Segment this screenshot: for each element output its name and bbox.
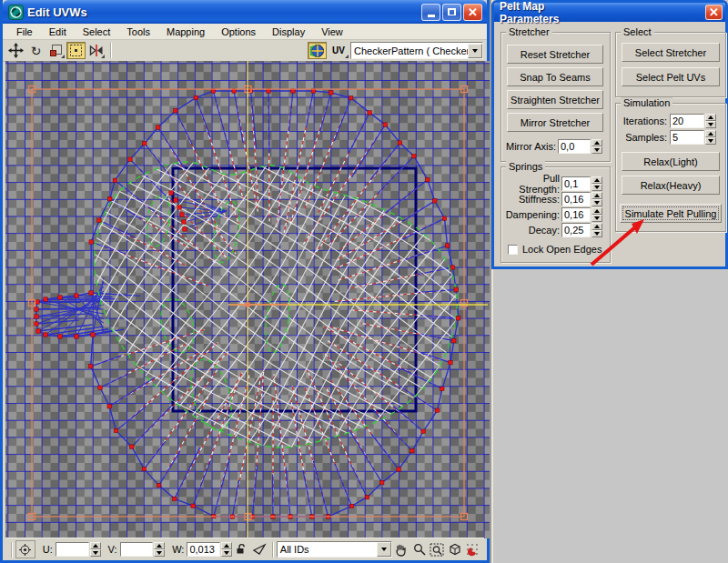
simulation-group-label: Simulation xyxy=(621,97,672,108)
simulate-pelt-pulling-button[interactable]: Simulate Pelt Pulling xyxy=(620,204,722,223)
zoom-button[interactable] xyxy=(410,541,429,558)
show-map-button[interactable] xyxy=(308,42,327,59)
menu-options[interactable]: Options xyxy=(213,25,264,38)
spinner-down[interactable] xyxy=(592,184,602,191)
decay-input[interactable]: 0,25 xyxy=(561,223,591,237)
spinner-down[interactable] xyxy=(90,549,101,557)
spinner-up[interactable] xyxy=(90,542,101,549)
spinner-up[interactable] xyxy=(592,176,602,184)
maximize-button[interactable] xyxy=(442,4,461,21)
spinner-up[interactable] xyxy=(154,542,165,549)
texture-dropdown-value: CheckerPattern ( Checker ) xyxy=(351,45,468,56)
lock-selection-button[interactable] xyxy=(232,541,250,558)
select-pelt-uvs-button[interactable]: Select Pelt UVs xyxy=(622,67,720,86)
spinner-up[interactable] xyxy=(705,130,716,137)
uv-unit-square xyxy=(173,168,416,411)
spinner-down[interactable] xyxy=(154,549,165,557)
material-id-dropdown[interactable]: All IDs xyxy=(277,541,392,558)
straighten-stretcher-button[interactable]: Straighten Stretcher xyxy=(507,90,603,109)
close-button[interactable]: ✕ xyxy=(463,4,482,21)
relax-light-button[interactable]: Relax(Light) xyxy=(622,152,720,171)
mirror-stretcher-button[interactable]: Mirror Stretcher xyxy=(507,113,603,132)
w-spinner[interactable] xyxy=(221,542,232,557)
menu-file[interactable]: File xyxy=(8,25,41,38)
springs-group-label: Springs xyxy=(506,161,545,172)
select-stretcher-button[interactable]: Select Stretcher xyxy=(622,43,720,62)
spinner-down[interactable] xyxy=(592,146,602,154)
spinner-up[interactable] xyxy=(592,192,602,199)
relax-heavy-button[interactable]: Relax(Heavy) xyxy=(622,176,720,195)
u-spinner[interactable] xyxy=(90,542,101,557)
pull-strength-spinner[interactable] xyxy=(592,176,602,191)
toolbar: ↻ xyxy=(3,40,487,62)
uv-canvas[interactable] xyxy=(5,61,490,538)
zoom-region-button[interactable] xyxy=(429,541,447,558)
mirror-axis-spinner[interactable] xyxy=(592,139,602,154)
dialog-titlebar[interactable]: Pelt Map Parameters ✕ xyxy=(494,3,725,22)
dampening-input[interactable]: 0,16 xyxy=(561,207,591,222)
dropdown-arrow-button[interactable] xyxy=(377,542,391,557)
iterations-spinner[interactable] xyxy=(705,114,716,128)
spinner-down[interactable] xyxy=(705,137,716,145)
w-input[interactable]: 0,013 xyxy=(187,542,220,557)
mirror-tool-button[interactable] xyxy=(86,42,106,59)
scale-tool-button[interactable] xyxy=(46,42,66,59)
uv-channel-button[interactable]: UV xyxy=(328,42,349,59)
spinner-down[interactable] xyxy=(705,121,716,128)
spinner-down[interactable] xyxy=(221,549,232,557)
menu-view[interactable]: View xyxy=(313,25,351,38)
spinner-up[interactable] xyxy=(592,223,602,230)
lock-open-edges-checkbox[interactable]: Lock Open Edges xyxy=(508,242,602,256)
rotate-tool-button[interactable]: ↻ xyxy=(26,42,46,59)
snap-to-seams-button[interactable]: Snap To Seams xyxy=(507,67,603,86)
stiffness-spinner[interactable] xyxy=(592,192,602,206)
u-input[interactable] xyxy=(56,542,89,557)
show-map-icon xyxy=(310,44,325,58)
spinner-up[interactable] xyxy=(705,114,716,121)
stiffness-input[interactable]: 0,16 xyxy=(561,192,591,206)
snap-toggle-button[interactable] xyxy=(464,541,482,558)
texture-dropdown[interactable]: CheckerPattern ( Checker ) xyxy=(350,42,483,59)
v-input[interactable] xyxy=(120,542,154,557)
checkbox-box[interactable] xyxy=(508,245,518,255)
samples-spinner[interactable] xyxy=(705,130,716,145)
dialog-close-button[interactable]: ✕ xyxy=(705,5,723,20)
spinner-up[interactable] xyxy=(221,542,232,549)
menu-edit[interactable]: Edit xyxy=(41,25,75,38)
pull-strength-input[interactable]: 0,1 xyxy=(561,176,591,191)
dampening-spinner[interactable] xyxy=(592,207,602,222)
hand-icon xyxy=(394,543,408,557)
edit-uvws-window: Edit UVWs ✕ File Edit Select Tools Mappi… xyxy=(0,0,490,563)
flyout-indicator xyxy=(61,55,65,58)
menu-mapping[interactable]: Mapping xyxy=(158,25,213,38)
mirror-axis-input[interactable]: 0,0 xyxy=(558,139,591,154)
spinner-down[interactable] xyxy=(592,215,602,222)
zoom-extents-button[interactable] xyxy=(446,541,464,558)
edit-uvws-titlebar[interactable]: Edit UVWs ✕ xyxy=(3,0,487,24)
material-id-value: All IDs xyxy=(278,544,377,555)
reset-stretcher-button[interactable]: Reset Stretcher xyxy=(507,45,603,64)
spinner-up[interactable] xyxy=(592,139,602,146)
dropdown-arrow-button[interactable] xyxy=(468,44,482,58)
pelt-map-parameters-dialog: Pelt Map Parameters ✕ Stretcher Reset St… xyxy=(491,0,728,269)
absolute-mode-button[interactable] xyxy=(15,540,35,558)
menu-tools[interactable]: Tools xyxy=(118,25,158,38)
minimize-button[interactable] xyxy=(421,4,440,21)
freeform-mode-button[interactable] xyxy=(66,42,86,59)
move-tool-button[interactable] xyxy=(6,42,25,59)
iterations-input[interactable]: 20 xyxy=(670,114,704,128)
chevron-down-icon xyxy=(472,49,478,53)
close-icon: ✕ xyxy=(468,5,478,19)
spinner-down[interactable] xyxy=(592,230,602,237)
v-label: V: xyxy=(108,544,117,555)
menu-select[interactable]: Select xyxy=(75,25,119,38)
menu-display[interactable]: Display xyxy=(264,25,313,38)
v-spinner[interactable] xyxy=(154,542,165,557)
samples-input[interactable]: 5 xyxy=(670,130,704,145)
spinner-up[interactable] xyxy=(592,207,602,215)
select-element-button[interactable] xyxy=(250,541,268,558)
decay-spinner[interactable] xyxy=(592,223,602,237)
pan-button[interactable] xyxy=(392,541,410,558)
dialog-title: Pelt Map Parameters xyxy=(500,0,602,25)
spinner-down[interactable] xyxy=(592,199,602,206)
